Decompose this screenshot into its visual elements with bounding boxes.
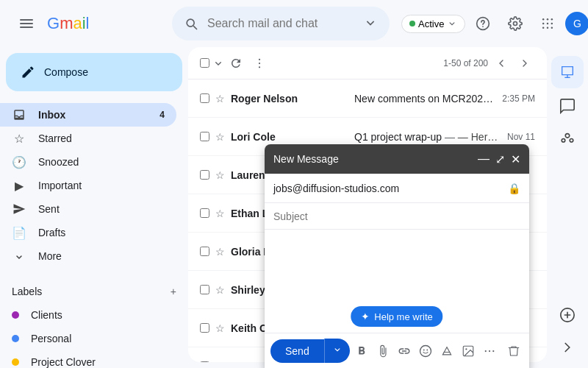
search-bar[interactable] [172, 7, 390, 40]
compose-to-field[interactable]: jobs@diffusion-studios.com 🔒 [265, 174, 529, 203]
send-button[interactable]: Send [270, 339, 324, 363]
star-toggle[interactable]: ☆ [215, 131, 225, 143]
apps-button[interactable] [533, 9, 562, 38]
more-nav-label: More [38, 250, 165, 262]
search-input[interactable] [207, 17, 354, 30]
insert-link-button[interactable] [395, 339, 414, 363]
email-checkbox[interactable] [200, 285, 209, 294]
next-page-button[interactable] [514, 53, 535, 74]
send-dropdown-button[interactable] [324, 339, 350, 363]
svg-rect-0 [20, 19, 33, 21]
sidebar-item-sent[interactable]: Sent [0, 197, 176, 221]
avatar[interactable]: G [565, 12, 588, 35]
star-toggle[interactable]: ☆ [215, 284, 225, 296]
starred-label: Starred [38, 132, 165, 144]
star-icon: ☆ [12, 132, 26, 146]
active-status-badge[interactable]: Active [401, 15, 465, 33]
svg-point-28 [493, 350, 495, 351]
chat-icon-button[interactable] [553, 91, 582, 121]
compose-button[interactable]: Compose [6, 53, 182, 91]
delete-compose-button[interactable] [505, 339, 523, 363]
svg-point-14 [259, 58, 260, 60]
compose-subject-input[interactable] [273, 210, 520, 222]
label-dot [12, 335, 19, 342]
more-options-button[interactable] [248, 52, 271, 75]
compose-to-email: jobs@diffusion-studios.com [273, 183, 508, 194]
star-toggle[interactable]: ☆ [215, 93, 225, 105]
email-list-header: 1-50 of 200 [188, 47, 547, 79]
email-snippet: Q1 project wrap-up — — Here's a list of … [354, 131, 501, 143]
sidebar-item-starred[interactable]: ☆ Starred [0, 127, 176, 150]
label-item-project-clover-1[interactable]: Project Clover [0, 350, 176, 368]
svg-point-27 [489, 350, 490, 351]
svg-point-26 [485, 350, 487, 351]
spaces-icon-button[interactable] [553, 124, 582, 153]
svg-point-4 [483, 26, 484, 27]
menu-icon[interactable] [12, 9, 41, 38]
email-row[interactable]: ☆ Roger Nelson New comments on MCR2022 d… [188, 79, 547, 118]
label-dot [12, 358, 19, 366]
sidebar-item-drafts[interactable]: 📄 Drafts [0, 221, 176, 244]
insert-emoji-button[interactable] [417, 339, 435, 363]
label-name: Project Clover [31, 356, 96, 368]
inbox-icon [12, 108, 26, 121]
prev-page-button[interactable] [491, 53, 512, 74]
select-all-checkbox[interactable] [200, 58, 209, 68]
meet-icon-button[interactable] [551, 56, 584, 88]
add-label-button[interactable]: + [171, 286, 176, 297]
star-toggle[interactable]: ☆ [215, 322, 225, 334]
search-icon [184, 16, 198, 31]
collapse-icon-button[interactable] [553, 333, 582, 362]
star-toggle[interactable]: ☆ [215, 246, 225, 258]
email-checkbox[interactable] [200, 247, 209, 256]
refresh-button[interactable] [224, 52, 248, 75]
compose-minimize-button[interactable]: — [478, 152, 490, 166]
insert-photo-button[interactable] [459, 339, 478, 363]
star-toggle[interactable]: ☆ [215, 361, 225, 363]
add-icon-button[interactable] [553, 300, 582, 330]
settings-button[interactable] [501, 9, 530, 38]
select-dropdown-icon[interactable] [212, 57, 224, 69]
compose-expand-button[interactable]: ⤢ [495, 152, 505, 166]
sidebar-item-inbox[interactable]: Inbox 4 [0, 103, 176, 127]
email-checkbox[interactable] [200, 132, 209, 141]
star-toggle[interactable]: ☆ [215, 169, 225, 181]
important-icon: ▶ [12, 179, 26, 193]
svg-point-6 [547, 18, 549, 21]
sidebar-item-snoozed[interactable]: 🕐 Snoozed [0, 150, 176, 174]
help-me-write-button[interactable]: ✦ Help me write [351, 306, 442, 327]
email-checkbox[interactable] [200, 208, 209, 218]
label-dot [12, 311, 19, 319]
svg-point-16 [259, 66, 260, 68]
email-sender: Roger Nelson [231, 93, 348, 105]
search-expand-icon[interactable] [363, 15, 378, 32]
compose-close-button[interactable]: ✕ [511, 152, 520, 166]
active-label: Active [418, 18, 444, 29]
insert-drive-button[interactable] [438, 339, 456, 363]
svg-point-19 [570, 138, 573, 142]
sidebar-item-important[interactable]: ▶ Important [0, 174, 176, 197]
email-checkbox[interactable] [200, 170, 209, 180]
topbar-right: Active G [401, 9, 588, 38]
email-checkbox[interactable] [200, 93, 209, 103]
send-button-group: Send [270, 339, 350, 363]
label-name: Personal [31, 333, 71, 344]
attach-file-button[interactable] [374, 339, 392, 363]
topbar: Gmail Active G [0, 0, 588, 47]
compose-label: Compose [44, 66, 88, 78]
help-button[interactable] [468, 9, 498, 38]
email-checkbox[interactable] [200, 323, 209, 333]
label-item-personal-1[interactable]: Personal [0, 327, 176, 350]
compose-subject-field[interactable] [265, 203, 529, 230]
compose-icon [21, 65, 35, 79]
compose-header[interactable]: New Message — ⤢ ✕ [265, 144, 529, 174]
svg-point-18 [562, 138, 565, 142]
star-toggle[interactable]: ☆ [215, 208, 225, 219]
format-text-button[interactable] [353, 339, 371, 363]
email-checkbox[interactable] [200, 361, 209, 362]
svg-point-23 [427, 349, 429, 350]
compose-body[interactable]: ✦ Help me write [265, 230, 529, 333]
sidebar-item-more[interactable]: More [0, 244, 176, 268]
more-options-toolbar-button[interactable] [481, 339, 499, 363]
label-item-clients-1[interactable]: Clients [0, 303, 176, 327]
